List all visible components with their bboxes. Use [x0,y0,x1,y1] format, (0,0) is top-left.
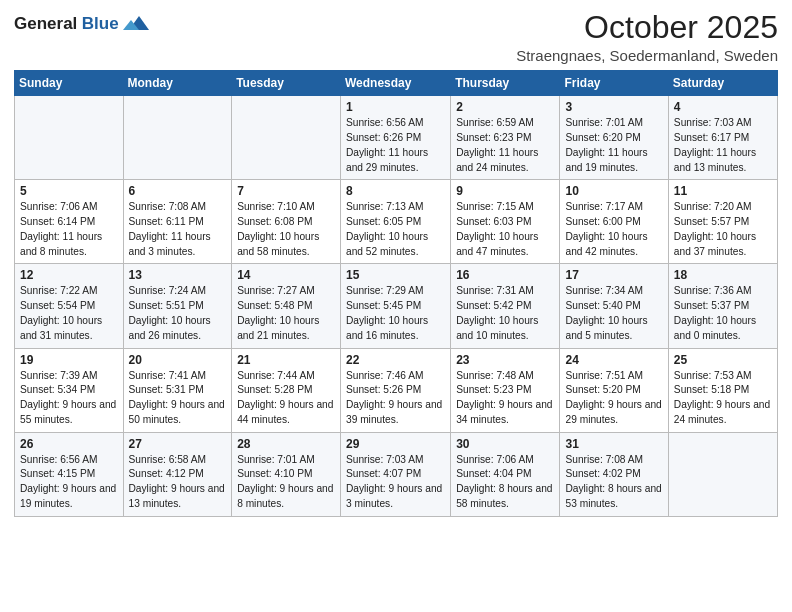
day-number: 4 [674,100,772,114]
day-number: 21 [237,353,335,367]
weekday-header-saturday: Saturday [668,71,777,96]
day-cell-17: 17Sunrise: 7:34 AM Sunset: 5:40 PM Dayli… [560,264,668,348]
day-number: 20 [129,353,227,367]
day-cell-2: 2Sunrise: 6:59 AM Sunset: 6:23 PM Daylig… [451,96,560,180]
location-title: Straengnaes, Soedermanland, Sweden [516,47,778,64]
day-number: 12 [20,268,118,282]
day-content: Sunrise: 7:03 AM Sunset: 6:17 PM Dayligh… [674,116,772,175]
day-content: Sunrise: 7:53 AM Sunset: 5:18 PM Dayligh… [674,369,772,428]
day-cell-5: 5Sunrise: 7:06 AM Sunset: 6:14 PM Daylig… [15,180,124,264]
weekday-header-sunday: Sunday [15,71,124,96]
day-content: Sunrise: 6:58 AM Sunset: 4:12 PM Dayligh… [129,453,227,512]
day-content: Sunrise: 7:31 AM Sunset: 5:42 PM Dayligh… [456,284,554,343]
day-number: 26 [20,437,118,451]
day-number: 16 [456,268,554,282]
day-cell-23: 23Sunrise: 7:48 AM Sunset: 5:23 PM Dayli… [451,348,560,432]
day-number: 11 [674,184,772,198]
logo-general: General [14,14,77,33]
day-cell-7: 7Sunrise: 7:10 AM Sunset: 6:08 PM Daylig… [232,180,341,264]
empty-cell [123,96,232,180]
day-number: 18 [674,268,772,282]
weekday-header-monday: Monday [123,71,232,96]
day-content: Sunrise: 7:48 AM Sunset: 5:23 PM Dayligh… [456,369,554,428]
day-content: Sunrise: 7:03 AM Sunset: 4:07 PM Dayligh… [346,453,445,512]
week-row-0: 1Sunrise: 6:56 AM Sunset: 6:26 PM Daylig… [15,96,778,180]
day-content: Sunrise: 6:56 AM Sunset: 4:15 PM Dayligh… [20,453,118,512]
day-content: Sunrise: 7:34 AM Sunset: 5:40 PM Dayligh… [565,284,662,343]
day-cell-20: 20Sunrise: 7:41 AM Sunset: 5:31 PM Dayli… [123,348,232,432]
day-content: Sunrise: 7:27 AM Sunset: 5:48 PM Dayligh… [237,284,335,343]
weekday-header-tuesday: Tuesday [232,71,341,96]
day-cell-28: 28Sunrise: 7:01 AM Sunset: 4:10 PM Dayli… [232,432,341,516]
weekday-header-wednesday: Wednesday [340,71,450,96]
day-number: 30 [456,437,554,451]
day-content: Sunrise: 7:44 AM Sunset: 5:28 PM Dayligh… [237,369,335,428]
day-cell-27: 27Sunrise: 6:58 AM Sunset: 4:12 PM Dayli… [123,432,232,516]
header: General Blue October 2025 Straengnaes, S… [14,10,778,64]
logo-blue: Blue [82,14,119,33]
day-content: Sunrise: 7:41 AM Sunset: 5:31 PM Dayligh… [129,369,227,428]
day-content: Sunrise: 7:22 AM Sunset: 5:54 PM Dayligh… [20,284,118,343]
weekday-header-row: SundayMondayTuesdayWednesdayThursdayFrid… [15,71,778,96]
day-cell-25: 25Sunrise: 7:53 AM Sunset: 5:18 PM Dayli… [668,348,777,432]
day-number: 19 [20,353,118,367]
day-content: Sunrise: 7:36 AM Sunset: 5:37 PM Dayligh… [674,284,772,343]
day-cell-4: 4Sunrise: 7:03 AM Sunset: 6:17 PM Daylig… [668,96,777,180]
day-content: Sunrise: 7:46 AM Sunset: 5:26 PM Dayligh… [346,369,445,428]
day-cell-16: 16Sunrise: 7:31 AM Sunset: 5:42 PM Dayli… [451,264,560,348]
week-row-4: 26Sunrise: 6:56 AM Sunset: 4:15 PM Dayli… [15,432,778,516]
day-content: Sunrise: 7:20 AM Sunset: 5:57 PM Dayligh… [674,200,772,259]
day-cell-1: 1Sunrise: 6:56 AM Sunset: 6:26 PM Daylig… [340,96,450,180]
day-number: 10 [565,184,662,198]
day-cell-9: 9Sunrise: 7:15 AM Sunset: 6:03 PM Daylig… [451,180,560,264]
day-number: 8 [346,184,445,198]
day-number: 15 [346,268,445,282]
day-number: 23 [456,353,554,367]
day-cell-8: 8Sunrise: 7:13 AM Sunset: 6:05 PM Daylig… [340,180,450,264]
day-number: 1 [346,100,445,114]
logo-text: General Blue [14,14,119,34]
month-title: October 2025 [516,10,778,45]
day-content: Sunrise: 7:13 AM Sunset: 6:05 PM Dayligh… [346,200,445,259]
day-cell-11: 11Sunrise: 7:20 AM Sunset: 5:57 PM Dayli… [668,180,777,264]
day-content: Sunrise: 6:56 AM Sunset: 6:26 PM Dayligh… [346,116,445,175]
day-content: Sunrise: 7:01 AM Sunset: 6:20 PM Dayligh… [565,116,662,175]
day-cell-15: 15Sunrise: 7:29 AM Sunset: 5:45 PM Dayli… [340,264,450,348]
day-content: Sunrise: 7:10 AM Sunset: 6:08 PM Dayligh… [237,200,335,259]
day-cell-6: 6Sunrise: 7:08 AM Sunset: 6:11 PM Daylig… [123,180,232,264]
day-content: Sunrise: 7:01 AM Sunset: 4:10 PM Dayligh… [237,453,335,512]
day-number: 24 [565,353,662,367]
day-number: 5 [20,184,118,198]
day-number: 2 [456,100,554,114]
day-cell-10: 10Sunrise: 7:17 AM Sunset: 6:00 PM Dayli… [560,180,668,264]
day-number: 17 [565,268,662,282]
day-content: Sunrise: 7:39 AM Sunset: 5:34 PM Dayligh… [20,369,118,428]
day-cell-22: 22Sunrise: 7:46 AM Sunset: 5:26 PM Dayli… [340,348,450,432]
day-cell-3: 3Sunrise: 7:01 AM Sunset: 6:20 PM Daylig… [560,96,668,180]
day-number: 25 [674,353,772,367]
weekday-header-thursday: Thursday [451,71,560,96]
empty-cell [668,432,777,516]
day-cell-13: 13Sunrise: 7:24 AM Sunset: 5:51 PM Dayli… [123,264,232,348]
day-number: 7 [237,184,335,198]
day-number: 28 [237,437,335,451]
day-number: 9 [456,184,554,198]
day-cell-19: 19Sunrise: 7:39 AM Sunset: 5:34 PM Dayli… [15,348,124,432]
calendar-table: SundayMondayTuesdayWednesdayThursdayFrid… [14,70,778,517]
day-content: Sunrise: 7:06 AM Sunset: 6:14 PM Dayligh… [20,200,118,259]
empty-cell [15,96,124,180]
empty-cell [232,96,341,180]
day-content: Sunrise: 7:51 AM Sunset: 5:20 PM Dayligh… [565,369,662,428]
day-content: Sunrise: 7:08 AM Sunset: 4:02 PM Dayligh… [565,453,662,512]
day-content: Sunrise: 6:59 AM Sunset: 6:23 PM Dayligh… [456,116,554,175]
day-cell-26: 26Sunrise: 6:56 AM Sunset: 4:15 PM Dayli… [15,432,124,516]
day-content: Sunrise: 7:06 AM Sunset: 4:04 PM Dayligh… [456,453,554,512]
day-number: 14 [237,268,335,282]
logo: General Blue [14,10,149,38]
title-block: October 2025 Straengnaes, Soedermanland,… [516,10,778,64]
day-content: Sunrise: 7:24 AM Sunset: 5:51 PM Dayligh… [129,284,227,343]
day-content: Sunrise: 7:08 AM Sunset: 6:11 PM Dayligh… [129,200,227,259]
day-cell-14: 14Sunrise: 7:27 AM Sunset: 5:48 PM Dayli… [232,264,341,348]
day-cell-24: 24Sunrise: 7:51 AM Sunset: 5:20 PM Dayli… [560,348,668,432]
day-number: 29 [346,437,445,451]
